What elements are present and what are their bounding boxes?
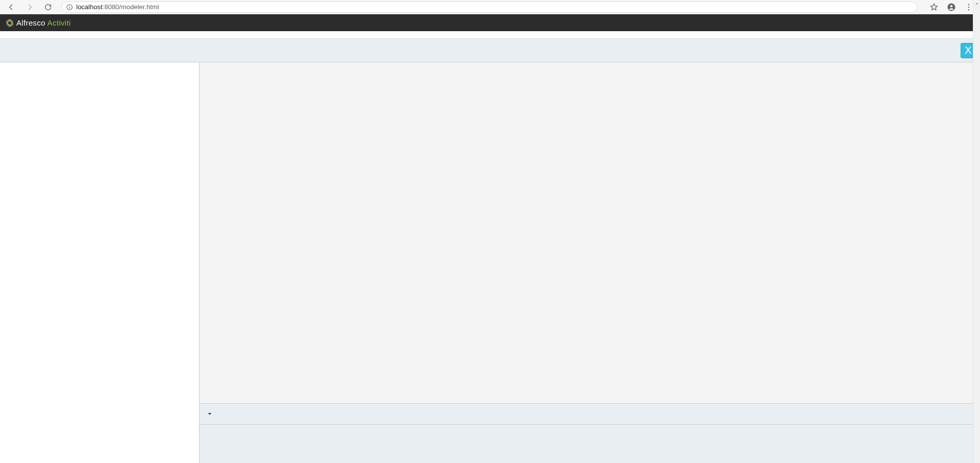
svg-point-1 bbox=[69, 5, 70, 6]
arrow-left-icon bbox=[7, 3, 15, 11]
back-button[interactable] bbox=[4, 0, 18, 14]
brand-logo[interactable]: Alfresco Activiti bbox=[5, 18, 71, 28]
address-text: localhost:8080/modeler.html bbox=[76, 3, 159, 11]
page-scrollbar[interactable] bbox=[973, 0, 980, 463]
svg-point-6 bbox=[968, 6, 969, 7]
star-icon bbox=[929, 3, 939, 12]
svg-point-5 bbox=[968, 4, 969, 5]
profile-button[interactable] bbox=[944, 0, 959, 14]
brand-word-2: Activiti bbox=[48, 18, 71, 27]
editor-toolbar: X bbox=[0, 38, 980, 62]
app-header: Alfresco Activiti bbox=[0, 14, 980, 31]
palette-panel[interactable] bbox=[0, 62, 199, 463]
right-pane bbox=[199, 62, 980, 463]
canvas-area[interactable] bbox=[199, 62, 980, 403]
user-circle-icon bbox=[947, 3, 956, 12]
browser-chrome: localhost:8080/modeler.html bbox=[0, 0, 980, 14]
arrow-right-icon bbox=[26, 3, 34, 11]
kebab-icon bbox=[964, 3, 973, 12]
scroll-up-icon bbox=[974, 1, 979, 6]
alfresco-mark-icon bbox=[5, 18, 14, 28]
address-bar[interactable]: localhost:8080/modeler.html bbox=[61, 2, 918, 13]
forward-button[interactable] bbox=[23, 0, 37, 14]
editor-content bbox=[0, 62, 980, 463]
subheader-spacer bbox=[0, 31, 980, 38]
address-path: :8080/modeler.html bbox=[102, 3, 159, 11]
chevron-down-icon bbox=[206, 410, 213, 418]
properties-toggle[interactable] bbox=[205, 409, 215, 419]
svg-point-4 bbox=[950, 5, 953, 7]
svg-rect-2 bbox=[69, 7, 70, 9]
close-button-label: X bbox=[965, 44, 971, 56]
info-icon bbox=[66, 4, 73, 11]
properties-body[interactable] bbox=[199, 425, 980, 463]
properties-header[interactable] bbox=[199, 403, 980, 425]
reload-button[interactable] bbox=[41, 0, 55, 14]
reload-icon bbox=[44, 3, 52, 11]
address-host: localhost bbox=[76, 3, 102, 11]
svg-point-7 bbox=[968, 9, 969, 10]
brand-word-1: Alfresco bbox=[16, 18, 46, 27]
chrome-right-controls bbox=[927, 0, 976, 14]
bookmark-button[interactable] bbox=[927, 0, 941, 14]
